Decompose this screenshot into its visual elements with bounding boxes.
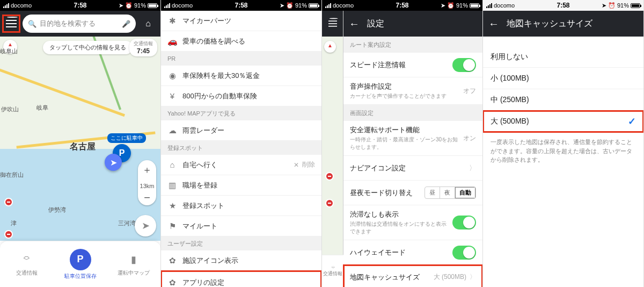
tab-traffic[interactable]: ⌔交通情報 <box>0 241 54 287</box>
setting-nav-icon[interactable]: ナビアイコン設定〉 <box>343 156 482 181</box>
drawer-item-register-work[interactable]: ▥職場を登録 <box>161 175 321 196</box>
wifi-icon: ⌔ <box>332 265 334 270</box>
option-medium[interactable]: 中 (250MB) <box>483 89 643 111</box>
parking-badge[interactable]: ここに駐車中 <box>107 133 146 143</box>
setting-map-cache-size[interactable]: 地図キャッシュサイズ大 (500MB)〉 <box>343 265 482 287</box>
traffic-info-bubble[interactable]: 交通情報 7:45 <box>129 39 157 56</box>
drawer-item-app-settings[interactable]: ✿アプリの設定 <box>161 271 321 287</box>
tab-traffic[interactable]: ⌔交通情報 <box>322 255 343 287</box>
search-icon: 🔍 <box>28 20 36 28</box>
zoom-controls: ＋ 13km － <box>138 160 156 205</box>
no-entry-icon <box>325 172 334 181</box>
battery-pct: 91% <box>134 2 146 9</box>
section-yahoo: Yahoo! MAPアプリで見る <box>161 106 321 120</box>
setting-no-jam[interactable]: 渋滞なしも表示渋滞情報は交通情報をオンにすると表示できます <box>343 205 482 240</box>
location-icon: ➤ <box>119 2 123 9</box>
city-label: 名古屋 <box>70 141 96 153</box>
settings-header: ← 設定 <box>343 11 482 37</box>
setting-voice-control[interactable]: 音声操作設定カーナビを声で操作することができますオフ <box>343 77 482 105</box>
status-time: 7:58 <box>55 2 106 9</box>
flag-icon: ⚑ <box>167 221 177 231</box>
toggle-switch[interactable] <box>452 246 476 260</box>
drawer-item-go-home[interactable]: ⌂自宅へ行く✕削除 <box>161 155 321 175</box>
section-spots: 登録スポット <box>161 141 321 155</box>
settings-header: ← 地図キャッシュサイズ <box>483 11 643 37</box>
gear-icon: ✿ <box>167 278 177 288</box>
option-large[interactable]: 大 (500MB)✓ <box>483 111 643 132</box>
drawer-item-car-price[interactable]: 🚗愛車の価格を調べる <box>161 31 321 52</box>
back-button[interactable]: ← <box>349 18 360 30</box>
cloud-icon: ☁ <box>167 126 177 135</box>
back-button[interactable]: ← <box>488 18 499 30</box>
no-entry-icon <box>4 230 13 239</box>
signal-icon <box>164 3 170 8</box>
map-icon: ▮ <box>126 252 141 267</box>
menu-button[interactable] <box>3 16 19 32</box>
star-icon: ★ <box>167 201 177 211</box>
section-route: ルート案内設定 <box>343 37 482 53</box>
gear-icon: ✿ <box>167 256 177 266</box>
drawer-item-favorite-spot[interactable]: ★登録スポット <box>161 196 321 216</box>
segmented-control[interactable]: 昼夜自動 <box>425 186 476 199</box>
status-bar: docomo 7:58 ➤⏰91% <box>322 0 482 11</box>
signal-icon <box>3 3 9 8</box>
section-screen: 画面設定 <box>343 105 482 121</box>
drawer-item-insurance-refund[interactable]: ◉車保険料を最大30％返金 <box>161 66 321 86</box>
tab-parking[interactable]: P駐車位置保存 <box>54 241 107 287</box>
drawer-item-mycarparts[interactable]: ✱マイカーパーツ <box>161 11 321 31</box>
check-icon: ✓ <box>628 116 636 127</box>
setting-day-night[interactable]: 昼夜モード切り替え昼夜自動 <box>343 181 482 205</box>
search-placeholder: 目的地を検索する <box>40 19 119 28</box>
gear-icon: ✱ <box>167 16 177 26</box>
toggle-switch[interactable] <box>452 58 476 72</box>
status-bar: docomo 7:58 ➤⏰91% <box>483 0 643 11</box>
section-pr: PR <box>161 52 321 66</box>
drawer-item-myroute[interactable]: ⚑マイルート <box>161 216 321 236</box>
option-none[interactable]: 利用しない <box>483 46 643 68</box>
search-input[interactable]: 🔍 目的地を検索する 🎤 <box>23 15 136 33</box>
chevron-right-icon: 〉 <box>470 272 476 282</box>
setting-safe-drive[interactable]: 安全運転サポート機能一時停止・踏切・最高速度・ゾーン30をお知らせします。オン <box>343 121 482 156</box>
map[interactable]: タップして中心の情報を見る 交通情報 7:45 名古屋 岐阜山 岐阜 伊吹山 御… <box>0 37 160 241</box>
toggle-switch[interactable] <box>452 216 476 229</box>
page-title: 地図キャッシュサイズ <box>507 18 592 30</box>
map-sliver <box>322 11 343 287</box>
map-hint-bubble[interactable]: タップして中心の情報を見る <box>43 41 133 54</box>
car-icon: 🚗 <box>167 37 177 46</box>
locate-button[interactable]: ➤ <box>135 215 156 236</box>
parking-icon: P <box>70 249 91 270</box>
menu-button[interactable] <box>326 17 339 30</box>
carrier: docomo <box>11 2 32 9</box>
status-bar: docomo 7:58 ➤⏰91% <box>161 0 321 11</box>
option-small[interactable]: 小 (100MB) <box>483 68 643 89</box>
wifi-icon: ⌔ <box>19 252 34 267</box>
status-bar: docomo 7:58 ➤⏰91% <box>0 0 160 11</box>
close-icon[interactable]: ✕ <box>294 161 299 169</box>
drawer-item-facility-icons[interactable]: ✿施設アイコン表示 <box>161 250 321 271</box>
home-icon: ⌂ <box>167 160 177 170</box>
compass-icon <box>324 41 336 53</box>
drawer-item-insurance-800[interactable]: ¥800円からの自動車保険 <box>161 86 321 106</box>
chevron-right-icon: 〉 <box>469 163 476 173</box>
setting-highway-mode[interactable]: ハイウェイモード <box>343 240 482 265</box>
home-button[interactable]: ⌂ <box>139 15 157 33</box>
no-entry-icon <box>4 198 13 206</box>
briefcase-icon: ▥ <box>167 181 177 190</box>
section-user: ユーザー設定 <box>161 236 321 250</box>
current-position-icon[interactable] <box>105 154 122 171</box>
mic-icon[interactable]: 🎤 <box>122 20 130 28</box>
alarm-icon: ⏰ <box>125 2 133 9</box>
option-description: 一度表示した地図は保存され、通信量を節約することができます。容量の上限を超えた場… <box>483 132 643 170</box>
drawer-item-rain-radar[interactable]: ☁雨雲レーダー <box>161 120 321 141</box>
tab-drive-map[interactable]: ▮運転中マップ <box>107 241 160 287</box>
no-entry-icon <box>325 199 334 207</box>
setting-speed-alert[interactable]: スピード注意情報 <box>343 53 482 77</box>
bottom-tab-bar: ⌔交通情報 P駐車位置保存 ▮運転中マップ <box>0 241 160 287</box>
page-title: 設定 <box>367 18 384 30</box>
battery-icon <box>148 3 157 8</box>
zoom-in-button[interactable]: ＋ <box>138 160 156 180</box>
yen-icon: ¥ <box>167 91 177 101</box>
shield-icon: ◉ <box>167 71 177 81</box>
